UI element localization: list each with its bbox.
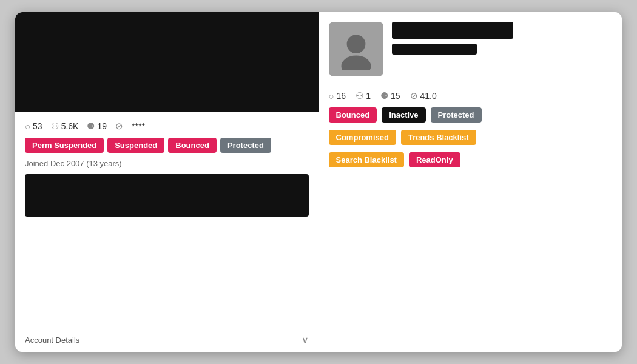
tag-bounced[interactable]: Bounced xyxy=(168,138,217,153)
tag-right-protected[interactable]: Protected xyxy=(431,107,482,123)
left-content: ○ 53 ⚇ 5.6K ⚈ 19 ⊘ **** xyxy=(15,112,318,328)
tag-compromised[interactable]: Compromised xyxy=(329,130,396,145)
banner-image xyxy=(15,12,318,112)
right-tags-row-3: Search Blacklist ReadOnly xyxy=(329,152,613,167)
tag-suspended[interactable]: Suspended xyxy=(107,138,164,153)
stat-comments-value: 53 xyxy=(33,121,42,131)
right-followers-icon: ⚇ xyxy=(356,90,363,101)
joined-text: Joined Dec 2007 (13 years) xyxy=(25,159,309,168)
svg-point-0 xyxy=(346,35,365,53)
stat-following-value: 19 xyxy=(97,121,107,131)
right-stat-comments: ○ 16 xyxy=(329,91,346,101)
right-stat-followers: ⚇ 1 xyxy=(356,90,371,101)
right-blocked-icon: ⊘ xyxy=(410,90,418,101)
tag-search-blacklist[interactable]: Search Blacklist xyxy=(329,152,404,167)
right-tags-row-1: Bounced Inactive Protected xyxy=(329,107,613,123)
tag-right-bounced[interactable]: Bounced xyxy=(329,107,377,123)
tag-trends-blacklist[interactable]: Trends Blacklist xyxy=(401,130,476,145)
left-panel: ○ 53 ⚇ 5.6K ⚈ 19 ⊘ **** xyxy=(15,12,319,352)
redacted-bio xyxy=(25,174,309,217)
stat-extra: **** xyxy=(132,121,145,131)
name-redacted xyxy=(392,22,513,39)
right-following-icon: ⚈ xyxy=(380,90,388,101)
right-stats-row: ○ 16 ⚇ 1 ⚈ 15 ⊘ 41.0 xyxy=(319,84,622,107)
main-container: ○ 53 ⚇ 5.6K ⚈ 19 ⊘ **** xyxy=(15,12,622,352)
tag-readonly[interactable]: ReadOnly xyxy=(409,152,460,167)
followers-icon: ⚇ xyxy=(51,121,59,132)
following-icon: ⚈ xyxy=(87,121,95,132)
left-tags-section: Perm Suspended Suspended Bounced Protect… xyxy=(25,138,309,153)
handle-redacted xyxy=(392,44,477,55)
stat-blocked: ⊘ xyxy=(115,121,123,132)
comment-icon: ○ xyxy=(25,121,30,132)
tag-right-inactive[interactable]: Inactive xyxy=(382,107,425,123)
stat-extra-value: **** xyxy=(132,121,145,131)
right-stat-following-value: 15 xyxy=(391,91,400,101)
svg-point-1 xyxy=(341,56,371,71)
right-panel: ○ 16 ⚇ 1 ⚈ 15 ⊘ 41.0 Bounced Inactive Pr xyxy=(319,12,622,352)
right-comment-icon: ○ xyxy=(329,91,334,101)
avatar xyxy=(329,22,383,76)
account-details-label: Account Details xyxy=(25,335,79,345)
profile-header xyxy=(319,12,622,84)
right-stat-blocked-value: 41.0 xyxy=(420,91,437,101)
account-details-row[interactable]: Account Details ∨ xyxy=(15,328,318,352)
right-stat-followers-value: 1 xyxy=(366,91,371,101)
blocked-icon: ⊘ xyxy=(115,121,123,132)
stat-following: ⚈ 19 xyxy=(87,121,107,132)
chevron-down-icon: ∨ xyxy=(302,334,309,346)
left-stats-row: ○ 53 ⚇ 5.6K ⚈ 19 ⊘ **** xyxy=(25,121,309,132)
stat-followers: ⚇ 5.6K xyxy=(51,121,79,132)
tag-perm-suspended[interactable]: Perm Suspended xyxy=(25,138,104,153)
right-stat-blocked: ⊘ 41.0 xyxy=(410,90,437,101)
profile-info xyxy=(392,22,613,55)
right-stat-following: ⚈ 15 xyxy=(380,90,400,101)
stat-comments: ○ 53 xyxy=(25,121,42,132)
tag-protected[interactable]: Protected xyxy=(220,138,271,153)
right-content: Bounced Inactive Protected Compromised T… xyxy=(319,107,622,177)
stat-followers-value: 5.6K xyxy=(61,121,79,131)
right-stat-comments-value: 16 xyxy=(337,91,346,101)
right-tags-row-2: Compromised Trends Blacklist xyxy=(329,130,613,145)
